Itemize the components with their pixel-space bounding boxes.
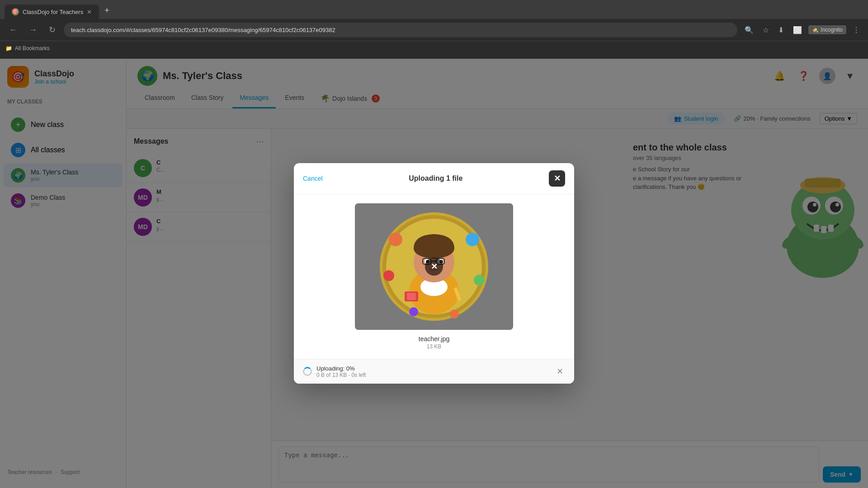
- address-bar[interactable]: [64, 23, 737, 37]
- modal-body: ✕ teacher.jpg 13 KB: [294, 194, 574, 359]
- svg-point-23: [450, 310, 459, 319]
- incognito-badge: 🕵 Incognito: [808, 25, 846, 34]
- download-button[interactable]: ⬇: [775, 24, 787, 36]
- upload-cancel-icon: ✕: [557, 367, 563, 376]
- remove-file-button[interactable]: ✕: [425, 258, 443, 276]
- modal-close-button[interactable]: ✕: [549, 170, 565, 187]
- new-tab-button[interactable]: +: [99, 2, 115, 19]
- tab-close-button[interactable]: ✕: [87, 9, 92, 15]
- upload-cancel-button[interactable]: ✕: [555, 365, 565, 378]
- forward-button[interactable]: →: [25, 23, 41, 37]
- upload-modal: Cancel Uploading 1 file ✕: [294, 163, 574, 384]
- upload-info: Uploading: 0% 0 B of 13 KB · 0s left: [316, 365, 550, 378]
- bookmark-button[interactable]: ☆: [760, 24, 772, 36]
- upload-spinner: [303, 367, 312, 376]
- bookmarks-bar: 📁 All Bookmarks: [0, 41, 868, 55]
- svg-point-20: [383, 270, 394, 281]
- browser-toolbar: ← → ↻ 🔍 ☆ ⬇ ⬜ 🕵 Incognito ⋮: [0, 19, 868, 41]
- svg-rect-36: [407, 293, 416, 300]
- upload-status: Uploading: 0%: [316, 365, 550, 372]
- file-size: 13 KB: [419, 343, 450, 350]
- incognito-icon: 🕵: [812, 27, 819, 33]
- file-name: teacher.jpg: [419, 335, 450, 343]
- svg-point-19: [466, 233, 479, 246]
- modal-cancel-button[interactable]: Cancel: [303, 175, 323, 182]
- upload-preview: ✕: [355, 203, 513, 330]
- upload-detail: 0 B of 13 KB · 0s left: [316, 372, 550, 378]
- file-info: teacher.jpg 13 KB: [419, 335, 450, 350]
- modal-title: Uploading 1 file: [409, 174, 462, 183]
- incognito-label: Incognito: [821, 27, 843, 33]
- bookmarks-text: All Bookmarks: [15, 45, 50, 52]
- upload-overlay: Cancel Uploading 1 file ✕: [0, 59, 868, 488]
- remove-icon: ✕: [431, 262, 438, 272]
- active-tab[interactable]: 🎯 ClassDojo for Teachers ✕: [5, 5, 99, 19]
- reload-button[interactable]: ↻: [45, 23, 59, 37]
- extensions-button[interactable]: ⬜: [790, 24, 805, 36]
- modal-header: Cancel Uploading 1 file ✕: [294, 163, 574, 194]
- modal-footer: Uploading: 0% 0 B of 13 KB · 0s left ✕: [294, 359, 574, 384]
- browser-chrome: 🎯 ClassDojo for Teachers ✕ + ← → ↻ 🔍 ☆ ⬇…: [0, 0, 868, 59]
- svg-point-22: [409, 307, 418, 316]
- tab-favicon: 🎯: [12, 8, 19, 15]
- browser-action-buttons: 🔍 ☆ ⬇ ⬜ 🕵 Incognito ⋮: [742, 24, 863, 36]
- bookmarks-label: 📁: [5, 45, 12, 52]
- svg-point-18: [389, 233, 402, 246]
- browser-tabs: 🎯 ClassDojo for Teachers ✕ +: [0, 0, 868, 19]
- svg-point-21: [474, 275, 485, 286]
- back-button[interactable]: ←: [5, 23, 21, 37]
- menu-button[interactable]: ⋮: [850, 24, 863, 36]
- search-button[interactable]: 🔍: [742, 24, 756, 36]
- tab-title: ClassDojo for Teachers: [23, 9, 83, 15]
